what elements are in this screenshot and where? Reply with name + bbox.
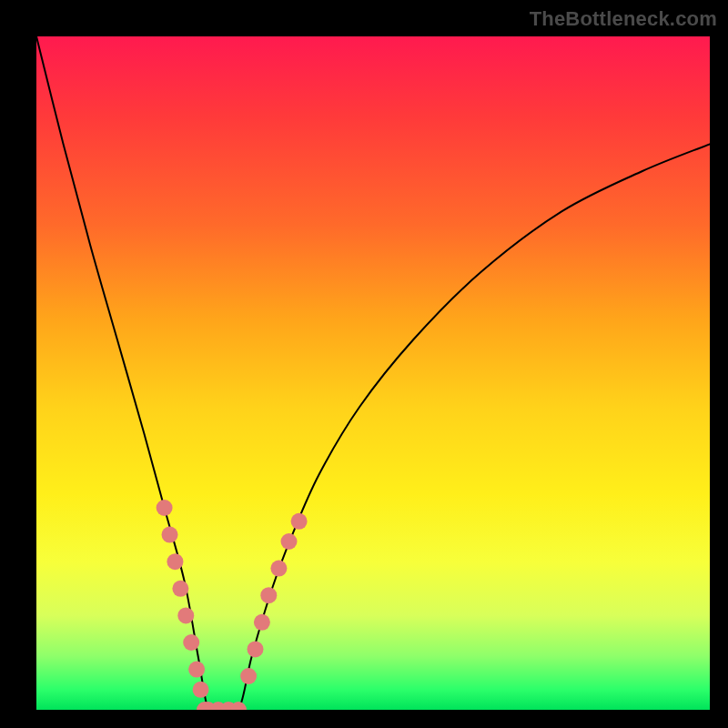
- data-marker: [162, 527, 178, 543]
- data-marker: [230, 702, 247, 710]
- plot-area: [36, 36, 710, 710]
- data-marker: [220, 702, 237, 710]
- curve-layer: [36, 36, 710, 710]
- data-marker: [270, 561, 287, 577]
- data-marker: [172, 581, 188, 597]
- data-marker: [167, 553, 183, 570]
- data-marker: [260, 587, 277, 603]
- data-marker: [248, 641, 264, 657]
- bottleneck-curve: [36, 36, 710, 710]
- data-marker: [188, 662, 205, 678]
- data-marker: [157, 500, 173, 516]
- data-marker: [200, 702, 217, 710]
- watermark-text: TheBottleneck.com: [530, 7, 717, 31]
- data-marker: [291, 513, 308, 530]
- data-marker: [210, 702, 227, 710]
- data-marker: [193, 682, 209, 698]
- data-marker: [183, 634, 199, 651]
- data-marker: [281, 533, 298, 550]
- data-marker: [240, 668, 257, 684]
- data-marker: [197, 702, 213, 710]
- chart-stage: TheBottleneck.com: [0, 0, 728, 728]
- data-marker: [177, 607, 194, 623]
- data-marker: [254, 614, 270, 631]
